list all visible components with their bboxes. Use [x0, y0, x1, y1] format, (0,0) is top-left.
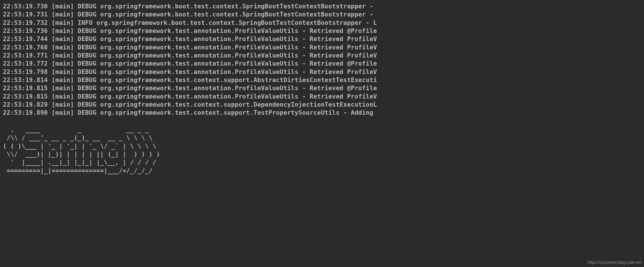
log-line: 22:53:19.732 [main] INFO org.springframe… [3, 19, 641, 27]
spring-boot-banner: . ____ _ __ _ _ /\\ / ___'_ __ _ _(_)_ _… [3, 126, 641, 175]
log-line: 22:53:19.814 [main] DEBUG org.springfram… [3, 76, 641, 84]
log-line: 22:53:19.731 [main] DEBUG org.springfram… [3, 10, 641, 18]
watermark-url: https://zuozewei.blog.csdn.net [587, 260, 642, 265]
console-log-output: 22:53:19.730 [main] DEBUG org.springfram… [3, 2, 641, 117]
log-line: 22:53:19.744 [main] DEBUG org.springfram… [3, 35, 641, 43]
log-line: 22:53:19.768 [main] DEBUG org.springfram… [3, 43, 641, 51]
log-line: 22:53:19.829 [main] DEBUG org.springfram… [3, 101, 641, 109]
log-line: 22:53:19.815 [main] DEBUG org.springfram… [3, 84, 641, 92]
log-line: 22:53:19.730 [main] DEBUG org.springfram… [3, 2, 641, 10]
log-line: 22:53:19.815 [main] DEBUG org.springfram… [3, 92, 641, 101]
log-line: 22:53:19.736 [main] DEBUG org.springfram… [3, 27, 641, 35]
log-line: 22:53:19.798 [main] DEBUG org.springfram… [3, 68, 641, 76]
log-line: 22:53:19.772 [main] DEBUG org.springfram… [3, 60, 641, 68]
log-line: 22:53:19.771 [main] DEBUG org.springfram… [3, 51, 641, 60]
log-line: 22:53:19.890 [main] DEBUG org.springfram… [3, 109, 641, 117]
